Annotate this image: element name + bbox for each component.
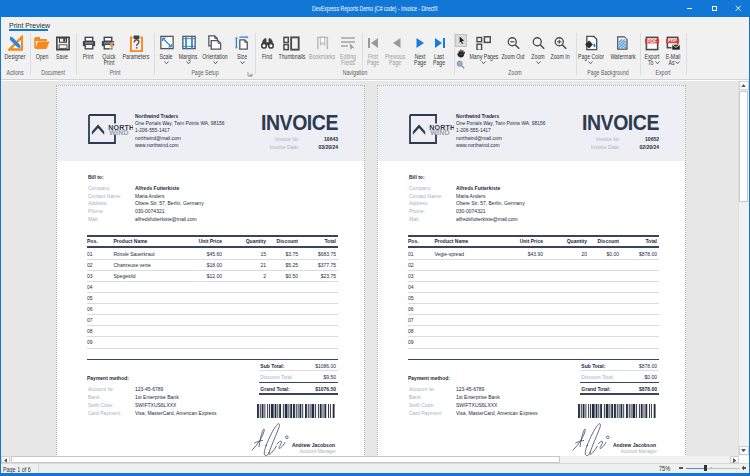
svg-text:PDF: PDF: [667, 38, 676, 43]
svg-text:WIND: WIND: [109, 129, 128, 136]
svg-text:WIND: WIND: [430, 129, 449, 136]
svg-text:PDF: PDF: [647, 38, 657, 43]
